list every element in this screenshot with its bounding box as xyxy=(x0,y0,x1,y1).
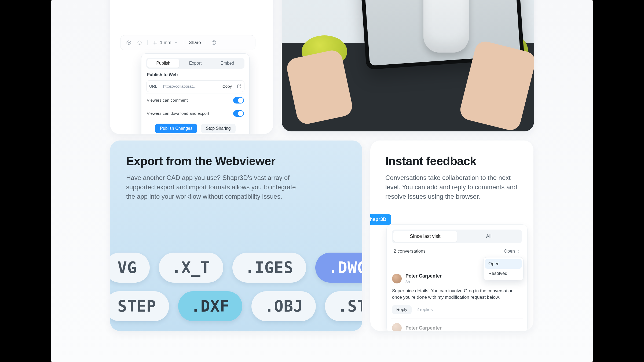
url-label: URL xyxy=(149,84,160,88)
feedback-body: Conversations take collaboration to the … xyxy=(385,173,518,201)
url-row: URL https://collaborat… Copy xyxy=(146,80,244,92)
export-row-1: VG .X_T .IGES .DWG xyxy=(110,253,362,283)
toolbar-separator xyxy=(206,40,206,45)
format-pill: .IGES xyxy=(232,253,306,283)
unit-label: 1 mm xyxy=(160,40,171,45)
help-icon[interactable] xyxy=(211,40,217,46)
comment-author: Peter Carpenter xyxy=(405,325,442,331)
format-pill: STEP xyxy=(110,291,169,321)
tab-publish[interactable]: Publish xyxy=(147,59,179,68)
chevron-down-icon xyxy=(173,40,179,46)
stop-sharing-button[interactable]: Stop Sharing xyxy=(201,124,236,133)
share-card: needing to install any special software … xyxy=(110,0,273,134)
publish-section-title: Publish to Web xyxy=(147,72,244,77)
menu-open[interactable]: Open xyxy=(485,259,522,269)
option-viewers-download: Viewers can download and export xyxy=(146,107,244,120)
filter-label: Open xyxy=(504,249,515,254)
grid-icon xyxy=(152,40,158,46)
tab-all[interactable]: All xyxy=(457,231,521,242)
sort-icon xyxy=(517,249,520,253)
tab-export[interactable]: Export xyxy=(179,59,211,68)
export-body: Have another CAD app you use? Shapr3D's … xyxy=(126,173,298,201)
avatar xyxy=(392,274,402,283)
export-title: Export from the Webviewer xyxy=(126,154,346,168)
publish-changes-button[interactable]: Publish Changes xyxy=(155,124,197,133)
target-icon xyxy=(137,40,142,46)
feedback-tabs: Since last visit All xyxy=(392,230,522,243)
ar-scene xyxy=(282,0,534,131)
comment-author: Peter Carpenter xyxy=(405,273,442,279)
copy-button[interactable]: Copy xyxy=(220,83,234,90)
avatar xyxy=(392,323,402,331)
box-icon xyxy=(126,40,132,46)
format-pill-dwg: .DWG xyxy=(315,253,362,283)
url-value[interactable]: https://collaborat… xyxy=(163,84,218,88)
ar-image-card xyxy=(282,0,534,131)
conversation-count: 2 conversations xyxy=(394,249,426,254)
comment-header: Peter Carpenter xyxy=(392,323,522,331)
svg-point-1 xyxy=(139,42,140,43)
toolbar-separator xyxy=(147,40,148,45)
feedback-title: Instant feedback xyxy=(385,154,518,168)
share-toolbar: 1 mm Share xyxy=(120,35,255,50)
option-label: Viewers can download and export xyxy=(147,111,209,116)
brand-badge: hapr3D xyxy=(370,214,391,225)
export-row-2: STEP .DXF .OBJ .ST xyxy=(110,291,362,321)
menu-resolved[interactable]: Resolved xyxy=(485,269,522,278)
format-pill: .ST xyxy=(325,291,362,321)
feedback-ui: hapr3D Since last visit All 2 conversati… xyxy=(370,214,528,331)
share-popover: Publish Export Embed Publish to Web URL … xyxy=(141,53,250,134)
feedback-panel: Since last visit All 2 conversations Ope… xyxy=(386,224,528,331)
unit-dropdown[interactable]: 1 mm xyxy=(152,40,179,46)
format-pill: .OBJ xyxy=(251,291,316,321)
status-filter[interactable]: Open xyxy=(504,249,520,254)
export-card: Export from the Webviewer Have another C… xyxy=(110,141,362,331)
feedback-card: Instant feedback Conversations take coll… xyxy=(370,141,533,331)
ar-device xyxy=(423,0,469,53)
open-external-icon[interactable] xyxy=(237,84,241,89)
toolbar-separator xyxy=(184,40,184,45)
format-pill-dxf: .DXF xyxy=(178,291,243,321)
comment-body: Super nice details! You can involve Greg… xyxy=(392,288,522,301)
tab-embed[interactable]: Embed xyxy=(211,59,243,68)
export-pills: VG .X_T .IGES .DWG STEP .DXF .OBJ .ST xyxy=(110,253,362,321)
option-viewers-comment: Viewers can comment xyxy=(146,94,244,107)
reply-count[interactable]: 2 replies xyxy=(416,307,433,312)
tab-since-last-visit[interactable]: Since last visit xyxy=(393,231,457,242)
share-mock: 1 mm Share Publish Export xyxy=(120,35,255,134)
toggle-comment[interactable] xyxy=(233,97,244,104)
share-tabs: Publish Export Embed xyxy=(146,58,244,69)
svg-point-3 xyxy=(214,44,214,44)
toggle-download[interactable] xyxy=(233,110,244,117)
popover-actions: Publish Changes Stop Sharing xyxy=(146,124,244,133)
status-menu: Open Resolved xyxy=(483,257,524,280)
feedback-subheader: 2 conversations Open Open Resolved xyxy=(392,248,522,258)
share-button[interactable]: Share xyxy=(189,40,201,45)
option-label: Viewers can comment xyxy=(147,98,188,103)
reply-button[interactable]: Reply xyxy=(392,305,412,314)
comment-time: 3h xyxy=(405,279,442,284)
format-pill: .X_T xyxy=(159,253,223,283)
format-pill: VG xyxy=(110,253,150,283)
svg-point-0 xyxy=(138,41,141,44)
comment-actions: Reply 2 replies xyxy=(392,305,522,314)
comment-next: Peter Carpenter xyxy=(392,319,522,331)
